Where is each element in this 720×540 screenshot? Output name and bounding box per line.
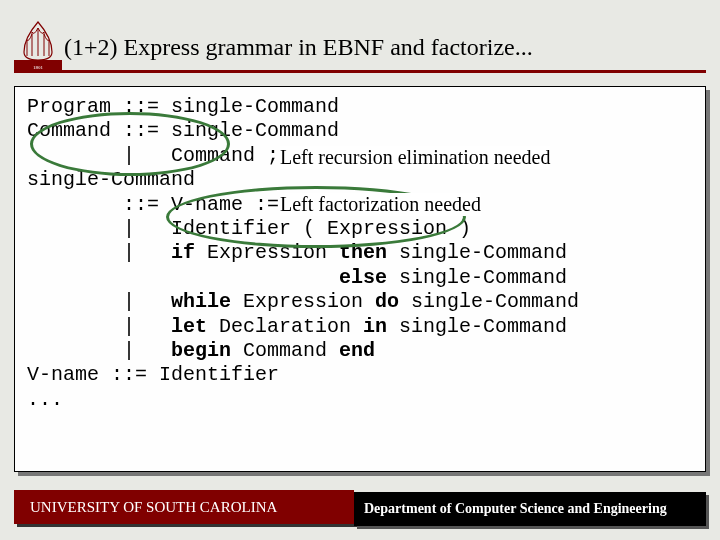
keyword-while: while: [171, 290, 231, 313]
code-ellipsis: ...: [27, 393, 63, 405]
code-text: single-Command: [387, 241, 567, 264]
university-seal-icon: 1801: [14, 20, 62, 72]
code-text: single-Command: [399, 290, 579, 313]
code-text: Declaration: [207, 315, 363, 338]
footer-university: UNIVERSITY OF SOUTH CAROLINA: [14, 490, 354, 524]
keyword-let: let: [171, 315, 207, 338]
code-line: |: [27, 339, 171, 362]
keyword-in: in: [363, 315, 387, 338]
slide-title: (1+2) Express grammar in EBNF and factor…: [64, 34, 533, 61]
keyword-begin: begin: [171, 339, 231, 362]
code-text: single-Command: [387, 315, 567, 338]
code-line: |: [27, 241, 171, 264]
code-line: |: [27, 315, 171, 338]
keyword-if: if: [171, 241, 195, 264]
keyword-else: else: [339, 266, 387, 289]
code-line: V-name ::= Identifier: [27, 363, 279, 386]
code-text: single-Command: [387, 266, 567, 289]
code-text: Command: [231, 339, 339, 362]
annotation-left-factorization: Left factorization needed: [280, 193, 481, 216]
code-text: Expression: [231, 290, 375, 313]
code-line: |: [27, 290, 171, 313]
title-underline: [14, 70, 706, 73]
highlight-oval-command: [30, 112, 230, 176]
code-line: Program ::= single-Command: [27, 95, 339, 118]
annotation-left-recursion: Left recursion elimination needed: [280, 146, 550, 169]
footer: UNIVERSITY OF SOUTH CAROLINA Department …: [14, 490, 706, 526]
keyword-do: do: [375, 290, 399, 313]
footer-department: Department of Computer Science and Engin…: [354, 492, 706, 526]
code-line: [27, 266, 339, 289]
keyword-end: end: [339, 339, 375, 362]
